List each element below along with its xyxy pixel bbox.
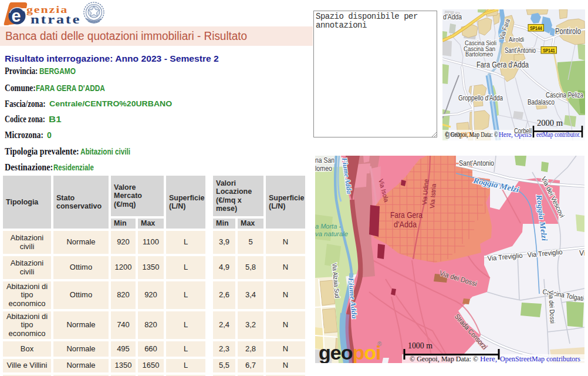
svg-text:Bartolomeo: Bartolomeo xyxy=(465,51,493,58)
svg-text:d'Adda: d'Adda xyxy=(394,220,417,229)
svg-text:SP141: SP141 xyxy=(543,47,555,53)
svg-text:Airoldi: Airoldi xyxy=(509,36,524,43)
svg-text:2000 m: 2000 m xyxy=(537,118,563,127)
svg-text:© Geopoi, Map Data: ©Here,Open: © Geopoi, Map Data: ©Here,OpenStreetMap … xyxy=(410,354,580,363)
svg-text:Cascina Peliza: Cascina Peliza xyxy=(546,91,583,99)
svg-text:ntrate: ntrate xyxy=(31,13,81,26)
svg-text:Sant'Antonio: Sant'Antonio xyxy=(459,159,494,167)
svg-text:a Morta -: a Morta - xyxy=(315,223,341,230)
svg-text:Vi: Vi xyxy=(579,249,584,257)
svg-text:Corbell: Corbell xyxy=(514,127,532,135)
svg-text:®: ® xyxy=(377,341,382,347)
svg-text:Fara Gera d'Adda: Fara Gera d'Adda xyxy=(477,60,529,69)
svg-text:lomeo: lomeo xyxy=(315,164,332,173)
svg-text:SP144: SP144 xyxy=(530,25,542,31)
svg-text:Groppello d'Adda: Groppello d'Adda xyxy=(458,93,503,102)
svg-text:d'Adda: d'Adda xyxy=(443,12,462,21)
svg-text:na San: na San xyxy=(315,156,334,164)
svg-text:1000 m: 1000 m xyxy=(408,340,432,350)
svg-text:Sant'Antonio: Sant'Antonio xyxy=(505,46,536,55)
svg-text:geopoi: geopoi xyxy=(319,341,380,363)
svg-text:va naturale: va naturale xyxy=(315,230,348,237)
svg-text:Pontirolo: Pontirolo xyxy=(555,26,581,36)
svg-text:Fara Gera: Fara Gera xyxy=(390,210,423,220)
